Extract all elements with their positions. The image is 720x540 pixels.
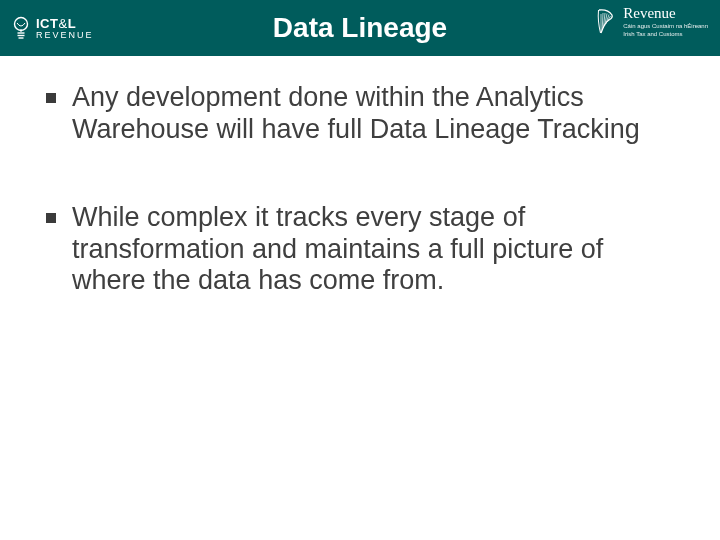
logo-right-sub2: Irish Tax and Customs [623,31,708,37]
list-item: Any development done within the Analytic… [44,82,676,146]
list-item: While complex it tracks every stage of t… [44,202,676,298]
harp-icon [595,7,615,37]
logo-right-main: Revenue [623,6,708,21]
content-area: Any development done within the Analytic… [0,56,720,297]
slide: ICT&L REVENUE Data Lineage [0,0,720,540]
logo-right-sub1: Cáin agus Custaim na hÉireann [623,23,708,29]
header-bar: ICT&L REVENUE Data Lineage [0,0,720,56]
logo-right-text: Revenue Cáin agus Custaim na hÉireann Ir… [623,6,708,37]
logo-right: Revenue Cáin agus Custaim na hÉireann Ir… [595,6,708,37]
bullet-list: Any development done within the Analytic… [44,82,676,297]
